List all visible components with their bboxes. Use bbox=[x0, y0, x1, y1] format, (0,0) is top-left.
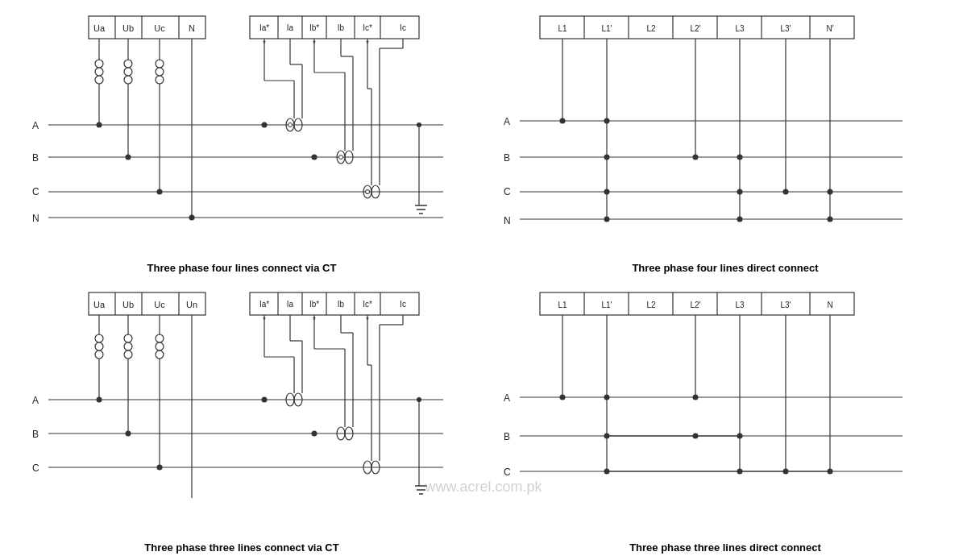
svg-point-154 bbox=[95, 351, 103, 359]
svg-point-235 bbox=[693, 394, 699, 400]
svg-text:N': N' bbox=[826, 24, 833, 33]
svg-text:C: C bbox=[32, 186, 39, 197]
diagram-bottom-right: L1 L1' L2 L2' L3 L3' N A B C bbox=[492, 280, 959, 539]
svg-point-27 bbox=[95, 60, 103, 68]
caption-bottom-right: Three phase three lines direct connect bbox=[629, 538, 821, 560]
svg-point-49 bbox=[157, 189, 163, 195]
svg-point-47 bbox=[97, 122, 102, 128]
svg-point-120 bbox=[737, 155, 743, 160]
svg-point-158 bbox=[156, 334, 164, 342]
svg-text:Ic: Ic bbox=[400, 23, 406, 32]
svg-text:L1: L1 bbox=[558, 301, 567, 309]
svg-point-202 bbox=[417, 397, 421, 402]
svg-point-48 bbox=[126, 155, 131, 160]
svg-point-84 bbox=[312, 155, 317, 160]
svg-text:B: B bbox=[32, 152, 39, 164]
svg-point-155 bbox=[124, 334, 132, 342]
svg-text:L2: L2 bbox=[646, 24, 656, 33]
caption-bottom-left: Three phase three lines connect via CT bbox=[144, 538, 338, 560]
quadrant-bottom-right: L1 L1' L2 L2' L3 L3' N A B C bbox=[484, 280, 967, 561]
svg-text:A: A bbox=[504, 116, 510, 127]
svg-rect-134 bbox=[250, 292, 419, 315]
svg-point-34 bbox=[156, 68, 164, 76]
svg-point-119 bbox=[693, 155, 699, 160]
diagram-bottom-left: Ua Ub Uc Un Ia* Ia Ib* Ib Ic* Ic * * bbox=[8, 280, 475, 539]
svg-point-114 bbox=[560, 118, 566, 124]
svg-point-156 bbox=[124, 342, 132, 351]
svg-point-117 bbox=[604, 189, 610, 195]
svg-text:B: B bbox=[32, 429, 39, 440]
svg-text:Ia: Ia bbox=[287, 300, 294, 309]
svg-text:B: B bbox=[504, 431, 510, 442]
svg-text:N: N bbox=[827, 301, 832, 309]
svg-point-81 bbox=[339, 156, 343, 160]
svg-point-32 bbox=[124, 76, 132, 84]
svg-point-172 bbox=[126, 430, 131, 436]
svg-text:Ua: Ua bbox=[93, 23, 106, 33]
svg-point-85 bbox=[366, 190, 370, 194]
svg-text:N: N bbox=[32, 213, 39, 224]
caption-top-left: Three phase four lines connect via CT bbox=[147, 259, 337, 280]
svg-rect-8 bbox=[250, 16, 419, 39]
svg-point-79 bbox=[417, 122, 421, 127]
svg-text:L2': L2' bbox=[690, 24, 700, 33]
svg-text:Ib*: Ib* bbox=[309, 300, 319, 309]
svg-text:N: N bbox=[504, 215, 511, 226]
svg-point-35 bbox=[156, 76, 164, 84]
svg-text:Ib*: Ib* bbox=[309, 23, 319, 32]
svg-text:Un: Un bbox=[186, 300, 197, 309]
svg-point-232 bbox=[604, 394, 610, 400]
svg-text:Ub: Ub bbox=[122, 300, 134, 309]
svg-point-116 bbox=[604, 155, 610, 160]
svg-text:L3: L3 bbox=[735, 24, 745, 33]
svg-text:C: C bbox=[504, 467, 511, 478]
svg-text:L2: L2 bbox=[646, 301, 656, 309]
svg-text:Ic*: Ic* bbox=[363, 23, 372, 32]
svg-point-118 bbox=[604, 217, 610, 222]
svg-point-124 bbox=[828, 189, 833, 195]
svg-text:Ic: Ic bbox=[400, 300, 406, 309]
svg-point-173 bbox=[157, 464, 163, 470]
diagram-top-right: L1 L1' L2 L2' L3 L3' N' A B C N bbox=[492, 0, 959, 259]
svg-text:Ic*: Ic* bbox=[363, 300, 372, 309]
caption-top-right: Three phase four lines direct connect bbox=[632, 259, 818, 280]
svg-point-171 bbox=[97, 396, 102, 402]
svg-text:Uc: Uc bbox=[154, 23, 165, 33]
svg-text:L3': L3' bbox=[780, 24, 791, 33]
svg-text:B: B bbox=[504, 152, 510, 164]
svg-text:Uc: Uc bbox=[154, 300, 165, 309]
svg-point-125 bbox=[828, 217, 833, 222]
svg-point-115 bbox=[604, 118, 610, 124]
svg-point-157 bbox=[124, 351, 132, 359]
svg-text:Ia*: Ia* bbox=[259, 23, 269, 32]
svg-text:Ia: Ia bbox=[287, 23, 294, 32]
svg-point-50 bbox=[189, 215, 195, 221]
svg-point-203 bbox=[262, 396, 268, 402]
svg-point-152 bbox=[95, 334, 103, 342]
svg-text:L3': L3' bbox=[780, 301, 791, 309]
svg-text:N: N bbox=[189, 23, 195, 33]
svg-text:L3: L3 bbox=[735, 301, 745, 309]
svg-point-231 bbox=[560, 394, 566, 400]
svg-point-204 bbox=[312, 430, 317, 436]
svg-point-28 bbox=[95, 68, 103, 76]
quadrant-bottom-left: Ua Ub Uc Un Ia* Ia Ib* Ib Ic* Ic * * bbox=[0, 280, 484, 561]
svg-point-122 bbox=[737, 217, 743, 222]
svg-point-33 bbox=[156, 60, 164, 68]
svg-text:L1': L1' bbox=[601, 24, 612, 33]
svg-text:A: A bbox=[504, 392, 510, 404]
svg-point-153 bbox=[95, 342, 103, 351]
quadrant-top-left: Ua Ub Uc N Ia* Ia Ib* Ib Ic* Ic * * bbox=[0, 0, 484, 280]
svg-text:L1': L1' bbox=[601, 301, 612, 309]
svg-text:Ib: Ib bbox=[338, 300, 345, 309]
svg-text:C: C bbox=[504, 186, 511, 197]
svg-point-80 bbox=[288, 123, 293, 127]
svg-point-83 bbox=[262, 122, 268, 128]
svg-point-159 bbox=[156, 342, 164, 351]
svg-point-31 bbox=[124, 68, 132, 76]
svg-text:Ib: Ib bbox=[338, 23, 345, 32]
svg-text:A: A bbox=[32, 395, 39, 406]
svg-text:Ua: Ua bbox=[93, 300, 106, 309]
svg-point-29 bbox=[95, 76, 103, 84]
svg-text:C: C bbox=[32, 463, 39, 474]
